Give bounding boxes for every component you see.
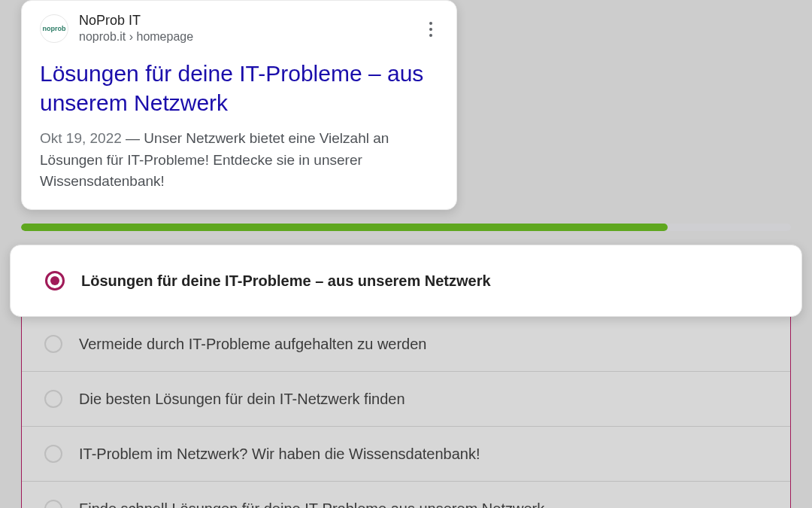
radio-icon — [44, 335, 62, 353]
title-option[interactable]: Vermeide durch IT-Probleme aufgehalten z… — [22, 317, 790, 372]
progress-fill — [21, 224, 668, 231]
serp-breadcrumb: noprob.it › homepage — [79, 30, 193, 44]
option-label: Lösungen für deine IT-Probleme – aus uns… — [81, 272, 491, 290]
radio-selected-icon — [45, 271, 65, 291]
serp-header: noprob NoProb IT noprob.it › homepage — [40, 13, 438, 44]
radio-icon — [44, 390, 62, 408]
option-label: Finde schnell Lösungen für deine IT-Prob… — [79, 500, 544, 509]
title-option[interactable]: Lösungen für deine IT-Probleme – aus uns… — [23, 250, 789, 312]
site-favicon: noprob — [40, 14, 68, 43]
serp-site-info: NoProb IT noprob.it › homepage — [79, 13, 193, 44]
option-selected-wrapper: Lösungen für deine IT-Probleme – aus uns… — [10, 245, 802, 317]
title-option[interactable]: Die besten Lösungen für dein IT-Netzwerk… — [22, 372, 790, 427]
progress-bar — [21, 224, 791, 231]
radio-icon — [44, 445, 62, 463]
title-option[interactable]: IT-Problem im Netzwerk? Wir haben die Wi… — [22, 427, 790, 482]
title-options-list: Lösungen für deine IT-Probleme – aus uns… — [21, 245, 791, 509]
serp-date: Okt 19, 2022 — [40, 130, 122, 146]
serp-snippet: Okt 19, 2022 — Unser Netzwerk bietet ein… — [40, 128, 438, 193]
option-label: IT-Problem im Netzwerk? Wir haben die Wi… — [79, 445, 480, 463]
serp-date-sep: — — [126, 130, 144, 146]
title-option[interactable]: Finde schnell Lösungen für deine IT-Prob… — [22, 482, 790, 509]
serp-site-name: NoProb IT — [79, 13, 193, 29]
serp-preview-card: noprob NoProb IT noprob.it › homepage Lö… — [21, 0, 457, 210]
serp-overflow-menu-icon[interactable] — [425, 17, 437, 41]
option-label: Vermeide durch IT-Probleme aufgehalten z… — [79, 335, 427, 353]
option-label: Die besten Lösungen für dein IT-Netzwerk… — [79, 390, 405, 408]
radio-icon — [44, 500, 62, 509]
serp-title-link[interactable]: Lösungen für deine IT-Probleme – aus uns… — [40, 59, 438, 117]
